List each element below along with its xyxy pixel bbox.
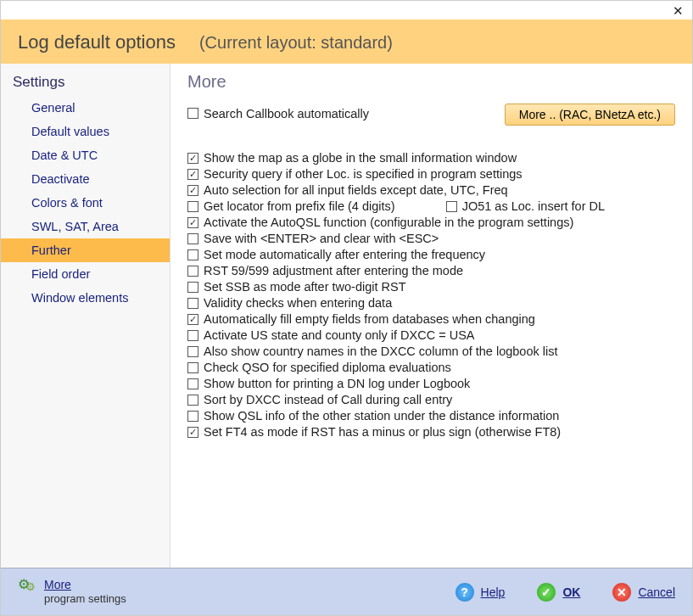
header: Log default options (Current layout: sta… — [1, 20, 692, 64]
ok-label: OK — [562, 585, 580, 599]
checkbox-search-callbook[interactable]: Search Callbook automatically — [187, 107, 369, 120]
sidebar-item-default-values[interactable]: Default values — [1, 120, 170, 143]
checkbox-label: Set mode automatically after entering th… — [204, 248, 485, 261]
checkbox-jo51-as-loc-insert-for-dl[interactable]: JO51 as Loc. insert for DL — [446, 199, 605, 213]
titlebar: ✕ — [1, 1, 692, 20]
checkbox-box[interactable] — [187, 249, 198, 260]
sidebar: Settings GeneralDefault valuesDate & UTC… — [1, 64, 170, 568]
checkbox-label: Set SSB as mode after two-digit RST — [204, 280, 406, 294]
checkbox-box[interactable] — [446, 201, 457, 212]
checkbox-show-button-for-printing-a-dn-log-under-[interactable]: Show button for printing a DN log under … — [187, 377, 470, 390]
checkbox-activate-us-state-and-county-only-if-dxc[interactable]: Activate US state and county only if DXC… — [187, 328, 475, 342]
checkbox-box[interactable] — [187, 282, 198, 293]
body: Settings GeneralDefault valuesDate & UTC… — [1, 64, 692, 568]
checkbox-security-query-if-other-loc-is-specified[interactable]: Security query if other Loc. is specifie… — [187, 167, 523, 181]
checkbox-validity-checks-when-entering-data[interactable]: Validity checks when entering data — [187, 296, 392, 310]
checkbox-label: Check QSO for specified diploma evaluati… — [204, 361, 451, 374]
close-icon[interactable]: ✕ — [673, 4, 684, 17]
checkbox-box[interactable] — [187, 314, 198, 325]
ok-button[interactable]: ✓ OK — [537, 583, 580, 602]
checkbox-set-ssb-as-mode-after-two-digit-rst[interactable]: Set SSB as mode after two-digit RST — [187, 280, 406, 294]
checkbox-label: Validity checks when entering data — [204, 296, 392, 310]
help-label: Help — [481, 585, 506, 599]
sidebar-item-date-utc[interactable]: Date & UTC — [1, 143, 170, 167]
checkbox-box[interactable] — [187, 298, 198, 309]
checkbox-label: Sort by DXCC instead of Call during call… — [204, 393, 452, 406]
checkbox-label: Save with <ENTER> and clear with <ESC> — [204, 232, 439, 245]
header-subtitle: (Current layout: standard) — [199, 33, 393, 53]
checkbox-also-show-country-names-in-the-dxcc-colu[interactable]: Also show country names in the DXCC colu… — [187, 344, 557, 358]
checkbox-box[interactable] — [187, 411, 198, 422]
checkbox-box[interactable] — [187, 395, 198, 406]
checkbox-show-qsl-info-of-the-other-station-under[interactable]: Show QSL info of the other station under… — [187, 409, 559, 423]
checkbox-get-locator-from-prefix-file-4-digits-[interactable]: Get locator from prefix file (4 digits) — [187, 199, 395, 213]
checkbox-box[interactable] — [187, 427, 198, 438]
checkbox-save-with-enter-and-clear-with-esc-[interactable]: Save with <ENTER> and clear with <ESC> — [187, 232, 439, 245]
checkbox-show-the-map-as-a-globe-in-the-small-inf[interactable]: Show the map as a globe in the small inf… — [187, 151, 517, 165]
sidebar-item-window-elements[interactable]: Window elements — [1, 286, 170, 310]
checkbox-label: Activate US state and county only if DXC… — [204, 328, 475, 342]
gears-icon: ⚙⚙ — [18, 578, 36, 592]
checkbox-label: Auto selection for all input fields exce… — [204, 183, 508, 197]
checkbox-label: Set FT4 as mode if RST has a minus or pl… — [204, 425, 561, 439]
options-list: Show the map as a globe in the small inf… — [187, 151, 675, 441]
footer-more-label: More — [44, 578, 126, 592]
checkbox-box[interactable] — [187, 378, 198, 389]
checkbox-label: Show the map as a globe in the small inf… — [204, 151, 517, 165]
ok-icon: ✓ — [537, 583, 556, 602]
footer: ⚙⚙ More program settings ? Help ✓ OK ✕ C… — [1, 568, 692, 615]
sidebar-item-deactivate[interactable]: Deactivate — [1, 167, 170, 191]
checkbox-label: Security query if other Loc. is specifie… — [204, 167, 523, 181]
cancel-icon: ✕ — [612, 583, 631, 602]
cancel-label: Cancel — [638, 585, 675, 599]
checkbox-box[interactable] — [187, 362, 198, 373]
checkbox-box[interactable] — [187, 169, 198, 180]
checkbox-label: JO51 as Loc. insert for DL — [462, 199, 605, 213]
footer-more-settings[interactable]: ⚙⚙ More program settings — [18, 578, 126, 605]
sidebar-item-swl-sat-area[interactable]: SWL, SAT, Area — [1, 215, 170, 238]
help-icon: ? — [455, 583, 474, 602]
top-row: Search Callbook automatically More .. (R… — [187, 104, 675, 126]
footer-more-sub: program settings — [44, 592, 126, 606]
sidebar-item-colors-font[interactable]: Colors & font — [1, 191, 170, 215]
checkbox-auto-selection-for-all-input-fields-exce[interactable]: Auto selection for all input fields exce… — [187, 183, 508, 197]
checkbox-label: Also show country names in the DXCC colu… — [204, 344, 557, 358]
checkbox-box[interactable] — [187, 153, 198, 164]
checkbox-set-ft4-as-mode-if-rst-has-a-minus-or-pl[interactable]: Set FT4 as mode if RST has a minus or pl… — [187, 425, 561, 439]
checkbox-label: Show QSL info of the other station under… — [204, 409, 559, 423]
checkbox-set-mode-automatically-after-entering-th[interactable]: Set mode automatically after entering th… — [187, 248, 485, 261]
section-title: More — [187, 72, 675, 92]
cancel-button[interactable]: ✕ Cancel — [612, 583, 675, 602]
checkbox-check-qso-for-specified-diploma-evaluati[interactable]: Check QSO for specified diploma evaluati… — [187, 361, 451, 374]
header-title: Log default options — [18, 31, 176, 53]
checkbox-box[interactable] — [187, 330, 198, 341]
sidebar-item-field-order[interactable]: Field order — [1, 262, 170, 286]
dialog-window: ✕ Log default options (Current layout: s… — [0, 0, 693, 616]
sidebar-item-general[interactable]: General — [1, 96, 170, 120]
more-rac-button[interactable]: More .. (RAC, BNetzA etc.) — [505, 104, 675, 126]
checkbox-rst-59-599-adjustment-after-entering-the[interactable]: RST 59/599 adjustment after entering the… — [187, 264, 463, 277]
checkbox-label: Show button for printing a DN log under … — [204, 377, 470, 390]
sidebar-heading: Settings — [1, 70, 170, 96]
checkbox-box[interactable] — [187, 108, 198, 119]
checkbox-automatically-fill-empty-fields-from-dat[interactable]: Automatically fill empty fields from dat… — [187, 312, 535, 326]
checkbox-box[interactable] — [187, 266, 198, 277]
checkbox-label: RST 59/599 adjustment after entering the… — [204, 264, 463, 277]
checkbox-box[interactable] — [187, 346, 198, 357]
checkbox-box[interactable] — [187, 233, 198, 244]
checkbox-box[interactable] — [187, 201, 198, 212]
sidebar-item-further[interactable]: Further — [1, 238, 170, 262]
checkbox-label: Activate the AutoQSL function (configura… — [204, 216, 573, 229]
checkbox-activate-the-autoqsl-function-configurab[interactable]: Activate the AutoQSL function (configura… — [187, 216, 573, 229]
help-button[interactable]: ? Help — [455, 583, 506, 602]
checkbox-label: Search Callbook automatically — [204, 107, 369, 120]
checkbox-label: Automatically fill empty fields from dat… — [204, 312, 535, 326]
checkbox-box[interactable] — [187, 217, 198, 228]
checkbox-label: Get locator from prefix file (4 digits) — [204, 199, 395, 213]
checkbox-sort-by-dxcc-instead-of-call-during-call[interactable]: Sort by DXCC instead of Call during call… — [187, 393, 452, 406]
checkbox-box[interactable] — [187, 185, 198, 196]
main-panel: More Search Callbook automatically More … — [170, 64, 692, 568]
